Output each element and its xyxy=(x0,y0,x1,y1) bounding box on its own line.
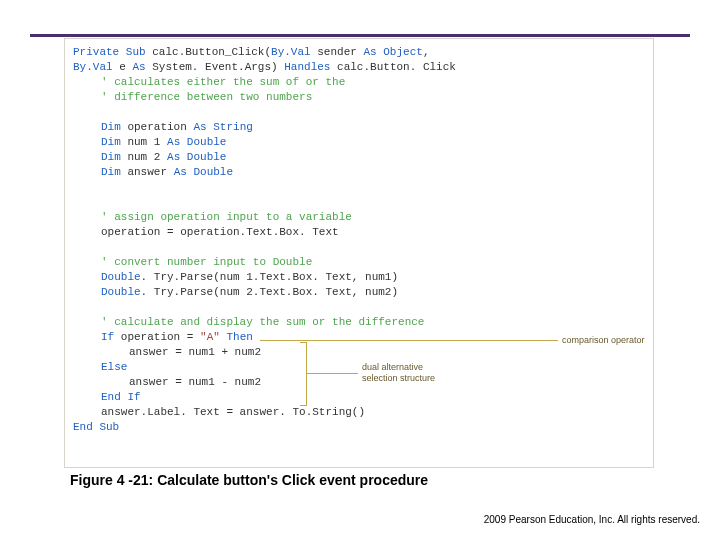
code-line: Dim answer As Double xyxy=(73,165,645,180)
blank-line xyxy=(73,240,645,255)
blank-line xyxy=(73,180,645,195)
accent-bar xyxy=(30,34,690,37)
annotation-connector xyxy=(306,373,358,374)
code-line: answer = num1 - num2 xyxy=(73,375,645,390)
figure-caption: Figure 4 -21: Calculate button's Click e… xyxy=(70,472,428,488)
code-line: Double. Try.Parse(num 1.Text.Box. Text, … xyxy=(73,270,645,285)
code-line: Dim num 2 As Double xyxy=(73,150,645,165)
annotation-label-comparison-operator: comparison operator xyxy=(562,335,645,346)
blank-line xyxy=(73,195,645,210)
code-comment: ' difference between two numbers xyxy=(73,90,645,105)
copyright-notice: 2009 Pearson Education, Inc. All rights … xyxy=(484,514,700,525)
code-line: Private Sub calc.Button_Click(By.Val sen… xyxy=(73,45,645,60)
code-listing: Private Sub calc.Button_Click(By.Val sen… xyxy=(64,38,654,468)
code-line: answer = num1 + num2 xyxy=(73,345,645,360)
code-line: operation = operation.Text.Box. Text xyxy=(73,225,645,240)
code-comment: ' convert number input to Double xyxy=(73,255,645,270)
blank-line xyxy=(73,105,645,120)
annotation-connector xyxy=(260,340,558,341)
code-line: Else xyxy=(73,360,645,375)
code-comment: ' assign operation input to a variable xyxy=(73,210,645,225)
code-line: By.Val e As System. Event.Args) Handles … xyxy=(73,60,645,75)
code-comment: ' calculates either the sum of or the xyxy=(73,75,645,90)
code-line: answer.Label. Text = answer. To.String() xyxy=(73,405,645,420)
code-line: If operation = "A" Then xyxy=(73,330,645,345)
code-line: End Sub xyxy=(73,420,645,435)
code-line: Dim num 1 As Double xyxy=(73,135,645,150)
blank-line xyxy=(73,300,645,315)
code-comment: ' calculate and display the sum or the d… xyxy=(73,315,645,330)
annotation-label-dual-alternative: dual alternativeselection structure xyxy=(362,362,435,384)
annotation-bracket xyxy=(300,342,307,406)
code-line: End If xyxy=(73,390,645,405)
code-line: Dim operation As String xyxy=(73,120,645,135)
code-line: Double. Try.Parse(num 2.Text.Box. Text, … xyxy=(73,285,645,300)
